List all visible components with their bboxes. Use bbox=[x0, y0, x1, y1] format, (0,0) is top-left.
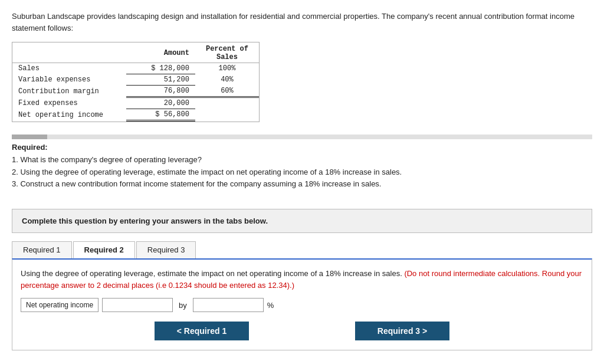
nav-buttons: < Required 1 Required 3 > bbox=[21, 322, 583, 340]
row-label-contribution: Contribution margin bbox=[12, 86, 126, 97]
sales-percent: 100% bbox=[195, 63, 259, 74]
percent-header-line1: Percent of bbox=[206, 45, 248, 53]
next-button[interactable]: Required 3 > bbox=[355, 322, 449, 340]
fixed-amount: 20,000 bbox=[126, 97, 195, 109]
table-row: Contribution margin 76,800 60% bbox=[12, 86, 259, 97]
required-item-2: 2. Using the degree of operating leverag… bbox=[12, 166, 592, 179]
noi-amount: $ 56,800 bbox=[126, 109, 195, 121]
required-heading: Required: bbox=[12, 143, 48, 152]
intro-text: Suburban Landscape provides landscaping … bbox=[12, 11, 590, 34]
row-label-fixed: Fixed expenses bbox=[12, 97, 126, 109]
by-label: by bbox=[176, 301, 189, 310]
row-label-variable: Variable expenses bbox=[12, 74, 126, 86]
percent-symbol: % bbox=[267, 301, 274, 310]
required-item-3: 3. Construct a new contribution format i… bbox=[12, 178, 592, 191]
tab-description: Using the degree of operating leverage, … bbox=[21, 268, 583, 291]
prev-button[interactable]: < Required 1 bbox=[155, 322, 249, 340]
required-item-1: 1. What is the company's degree of opera… bbox=[12, 154, 592, 166]
tab-required-2[interactable]: Required 2 bbox=[73, 241, 135, 258]
col-header-percent: Percent of Sales bbox=[195, 42, 259, 63]
fixed-percent bbox=[195, 97, 259, 109]
income-statement-table: Amount Percent of Sales Sales $ 128,000 … bbox=[12, 42, 260, 122]
input-row-label: Net operating income bbox=[21, 298, 99, 312]
tab-required-1[interactable]: Required 1 bbox=[12, 241, 72, 258]
scrollbar[interactable] bbox=[12, 135, 592, 139]
input-row: Net operating income by % bbox=[21, 298, 583, 312]
tab-required-3[interactable]: Required 3 bbox=[136, 241, 196, 258]
noi-percent bbox=[195, 109, 259, 121]
col-header-label bbox=[12, 42, 126, 63]
percent-input[interactable] bbox=[193, 298, 264, 312]
required-section: Required: 1. What is the company's degre… bbox=[12, 142, 592, 191]
contribution-percent: 60% bbox=[195, 86, 259, 97]
complete-box: Complete this question by entering your … bbox=[12, 209, 592, 233]
table-row: Net operating income $ 56,800 bbox=[12, 109, 259, 121]
sales-amount: $ 128,000 bbox=[126, 63, 195, 74]
table-row: Fixed expenses 20,000 bbox=[12, 97, 259, 109]
complete-box-text: Complete this question by entering your … bbox=[22, 217, 268, 225]
contribution-amount: 76,800 bbox=[126, 86, 195, 97]
variable-amount: 51,200 bbox=[126, 74, 195, 86]
table-row: Variable expenses 51,200 40% bbox=[12, 74, 259, 86]
tab-content: Using the degree of operating leverage, … bbox=[12, 258, 592, 350]
noi-input[interactable] bbox=[102, 298, 173, 312]
row-label-sales: Sales bbox=[12, 63, 126, 74]
scrollbar-thumb[interactable] bbox=[12, 135, 47, 139]
col-header-amount: Amount bbox=[126, 42, 195, 63]
tab-description-main: Using the degree of operating leverage, … bbox=[21, 269, 402, 278]
table-row: Sales $ 128,000 100% bbox=[12, 63, 259, 74]
row-label-noi: Net operating income bbox=[12, 109, 126, 121]
tabs-container: Required 1 Required 2 Required 3 bbox=[12, 241, 592, 258]
variable-percent: 40% bbox=[195, 74, 259, 86]
percent-header-line2: Sales bbox=[216, 53, 238, 61]
